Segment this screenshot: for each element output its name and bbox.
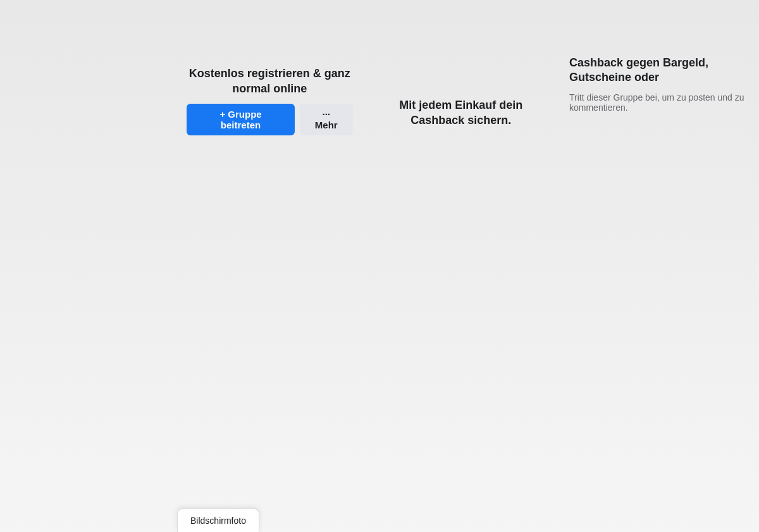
banner-buttons: + Gruppe beitreten ··· Mehr xyxy=(187,104,353,135)
banner-ad-content-3: Cashback gegen Bargeld, Gutscheine oder … xyxy=(569,56,746,113)
tooltip-label: Bildschirmfoto xyxy=(190,516,246,526)
page-layout: Geldverdienen – Zusatzeinkommen – Nebenj… xyxy=(0,23,759,532)
banner-ad-title-1: Kostenlos registrieren & ganz normal onl… xyxy=(187,66,353,96)
banner-join-text: Cashback gegen Bargeld, Gutscheine oder … xyxy=(557,23,759,145)
content-area: Kostenlos registrieren & ganz normal onl… xyxy=(174,23,759,532)
join-button[interactable]: + Gruppe beitreten xyxy=(187,104,295,135)
banner-ad-title-3: Cashback gegen Bargeld, Gutscheine oder xyxy=(569,56,746,85)
more-button[interactable]: ··· Mehr xyxy=(300,104,352,135)
banner-ad-content-1: Kostenlos registrieren & ganz normal onl… xyxy=(187,66,353,135)
banner-area: Kostenlos registrieren & ganz normal onl… xyxy=(174,23,759,146)
banner-ad-content-2: Mit jedem Einkauf dein Cashback sichern. xyxy=(378,98,545,135)
banner-ad-title-2: Mit jedem Einkauf dein Cashback sichern. xyxy=(378,98,545,128)
tooltip-popup: Bildschirmfoto xyxy=(177,509,259,532)
join-instruction-text: Tritt dieser Gruppe bei, um zu posten un… xyxy=(569,92,744,113)
